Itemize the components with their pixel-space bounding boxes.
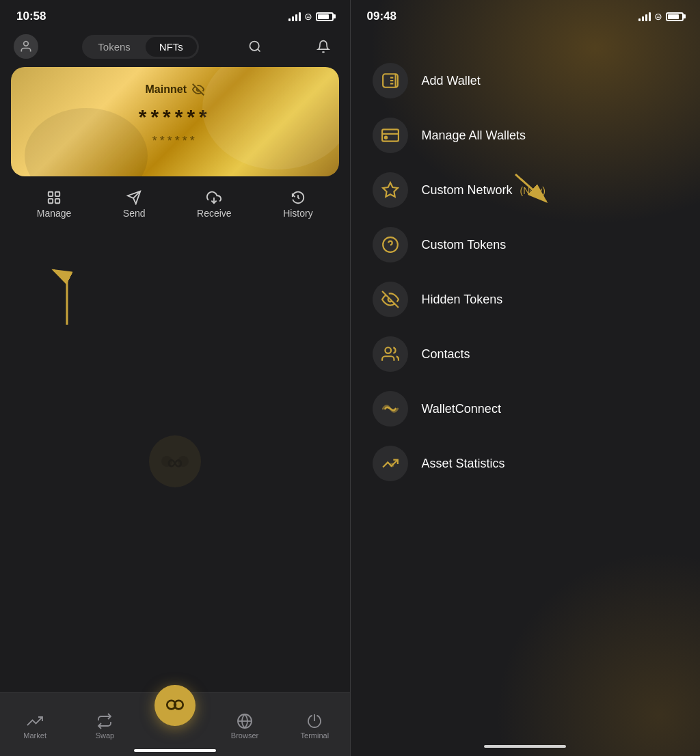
svg-point-33 <box>390 463 393 466</box>
time-left: 10:58 <box>16 10 46 23</box>
balance-hidden: ****** <box>27 105 323 129</box>
menu-item-wallet-connect[interactable]: WalletConnect <box>373 384 679 433</box>
bottom-nav: Market Swap B <box>0 692 350 756</box>
custom-network-icon <box>373 172 408 208</box>
svg-rect-3 <box>49 192 53 196</box>
battery-icon <box>316 12 334 21</box>
avatar-icon[interactable] <box>14 34 38 59</box>
svg-rect-25 <box>382 129 399 141</box>
send-button[interactable]: Send <box>123 190 146 219</box>
add-wallet-icon <box>373 63 408 98</box>
menu-item-manage-wallets[interactable]: Manage All Wallets <box>373 111 679 160</box>
hidden-tokens-icon <box>373 282 408 317</box>
manage-wallets-icon <box>373 118 408 153</box>
receive-button[interactable]: Receive <box>197 190 232 219</box>
status-icons-left: ⊜ <box>288 11 334 22</box>
menu-list: Add Wallet Manage All Wallets Custom Net… <box>351 29 701 756</box>
menu-item-custom-network[interactable]: Custom Network (New) <box>373 165 679 215</box>
svg-point-32 <box>385 347 391 353</box>
new-badge: (New) <box>520 185 546 196</box>
nav-market[interactable]: Market <box>0 713 70 740</box>
network-label: Mainnet <box>27 83 323 96</box>
custom-network-label: Custom Network (New) <box>422 183 546 198</box>
center-logo-circle <box>154 685 196 726</box>
left-panel: 10:58 ⊜ Tokens NFTs <box>0 0 350 756</box>
status-icons-right: ⊜ <box>638 11 684 22</box>
signal-icon-right <box>638 12 651 21</box>
menu-item-custom-tokens[interactable]: Custom Tokens <box>373 220 679 269</box>
nav-center-logo[interactable] <box>140 685 210 726</box>
wallet-connect-icon <box>373 391 408 427</box>
bell-icon[interactable] <box>311 34 336 59</box>
home-indicator-left <box>134 749 216 752</box>
search-icon[interactable] <box>243 34 267 59</box>
svg-point-0 <box>24 42 29 46</box>
contacts-label: Contacts <box>422 347 470 362</box>
custom-tokens-icon <box>373 227 408 262</box>
nav-swap[interactable]: Swap <box>70 713 139 740</box>
svg-rect-4 <box>55 192 59 196</box>
manage-button[interactable]: Manage <box>37 190 72 219</box>
asset-statistics-icon <box>373 446 408 481</box>
tab-nfts[interactable]: NFTs <box>146 37 197 57</box>
action-buttons: Manage Send Receive History <box>0 187 350 230</box>
header-left: Tokens NFTs <box>0 29 350 67</box>
tab-group: Tokens NFTs <box>82 35 199 59</box>
address-hidden: ****** <box>27 134 323 148</box>
svg-point-1 <box>250 42 259 51</box>
svg-point-27 <box>384 137 386 139</box>
signal-icon <box>288 12 301 21</box>
menu-item-asset-statistics[interactable]: Asset Statistics <box>373 439 679 488</box>
status-bar-left: 10:58 ⊜ <box>0 0 350 29</box>
nav-terminal[interactable]: Terminal <box>280 713 349 740</box>
menu-item-contacts[interactable]: Contacts <box>373 329 679 379</box>
empty-content: ∞ <box>0 230 350 692</box>
status-bar-right: 09:48 ⊜ <box>351 0 701 29</box>
manage-wallets-label: Manage All Wallets <box>422 129 526 143</box>
custom-tokens-label: Custom Tokens <box>422 238 507 252</box>
svg-rect-6 <box>55 199 59 203</box>
hidden-tokens-label: Hidden Tokens <box>422 293 503 307</box>
right-panel: 09:48 ⊜ <box>351 0 701 756</box>
wifi-icon-right: ⊜ <box>654 11 662 22</box>
history-button[interactable]: History <box>283 190 313 219</box>
battery-icon-right <box>666 12 684 21</box>
asset-statistics-label: Asset Statistics <box>422 457 505 471</box>
menu-item-add-wallet[interactable]: Add Wallet <box>373 56 679 105</box>
svg-point-13 <box>178 456 189 467</box>
svg-rect-5 <box>49 199 53 203</box>
wifi-icon: ⊜ <box>304 11 312 22</box>
nav-browser[interactable]: Browser <box>210 713 280 740</box>
wallet-connect-label: WalletConnect <box>422 402 501 416</box>
wallet-card: Mainnet ****** ****** <box>11 67 339 176</box>
svg-point-12 <box>161 456 172 467</box>
time-right: 09:48 <box>367 10 396 23</box>
svg-marker-28 <box>383 183 398 197</box>
add-wallet-label: Add Wallet <box>422 74 481 88</box>
menu-item-hidden-tokens[interactable]: Hidden Tokens <box>373 275 679 324</box>
contacts-icon <box>373 336 408 372</box>
tab-tokens[interactable]: Tokens <box>84 37 144 57</box>
